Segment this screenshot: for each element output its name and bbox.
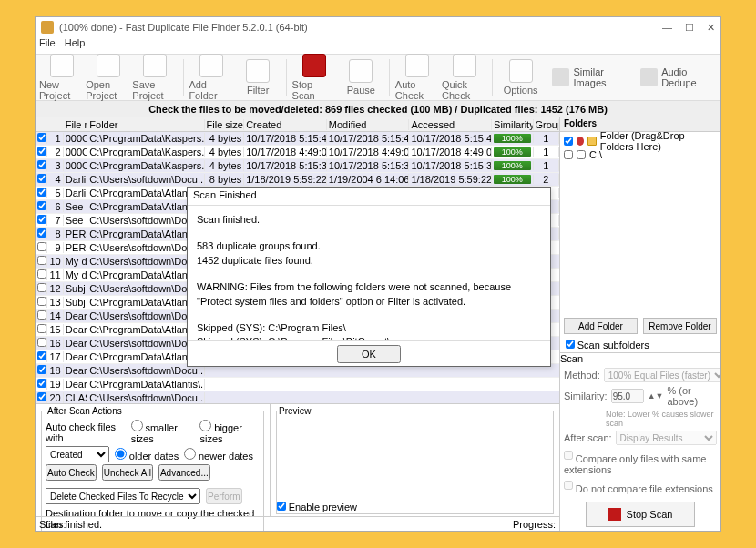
- newer-dates-radio[interactable]: newer dates: [184, 448, 253, 462]
- row-checkbox[interactable]: [37, 188, 46, 197]
- gear-icon: [509, 59, 533, 83]
- scan-subfolders-checkbox[interactable]: Scan subfolders: [566, 340, 649, 350]
- open-project-button[interactable]: Open Project: [86, 54, 130, 101]
- row-checkbox[interactable]: [37, 256, 46, 265]
- row-checkbox[interactable]: [37, 201, 46, 210]
- audio-icon: [640, 68, 658, 86]
- same-ext-checkbox[interactable]: Compare only files with same extensions: [564, 448, 717, 475]
- ok-button[interactable]: OK: [337, 345, 401, 363]
- row-checkbox[interactable]: [37, 228, 46, 238]
- row-checkbox[interactable]: [37, 310, 46, 320]
- bigger-sizes-radio[interactable]: bigger sizes: [199, 420, 260, 444]
- created-select[interactable]: Created: [46, 446, 109, 462]
- add-folder-button[interactable]: Add Folder: [189, 54, 233, 101]
- row-checkbox[interactable]: [37, 215, 46, 224]
- menu-file[interactable]: File: [39, 37, 56, 54]
- after-scan-legend: After Scan Actions: [46, 406, 124, 416]
- remove-folder-button[interactable]: Remove Folder: [643, 318, 717, 334]
- filter-icon: [246, 59, 270, 83]
- table-row[interactable]: 19DearC:\ProgramData\Atlantis\...: [36, 378, 559, 391]
- row-checkbox[interactable]: [37, 147, 46, 156]
- app-icon: [41, 21, 54, 34]
- advanced-button[interactable]: Advanced...: [158, 464, 210, 481]
- audio-dedupe-button[interactable]: Audio Dedupe: [640, 66, 717, 88]
- quick-check-button[interactable]: Quick Check: [442, 54, 486, 101]
- table-row[interactable]: 2000CC:\ProgramData\Kaspers...4 bytes10/…: [36, 146, 559, 159]
- stop-scan-button[interactable]: Stop Scan: [586, 502, 695, 527]
- autocheck-action-button[interactable]: Auto Check: [46, 464, 97, 481]
- uncheck-all-button[interactable]: Uncheck All: [102, 464, 153, 481]
- after-scan-select[interactable]: Display Results: [616, 431, 717, 445]
- row-checkbox[interactable]: [37, 133, 46, 142]
- pause-icon: [349, 59, 373, 83]
- pause-button[interactable]: Pause: [339, 59, 383, 96]
- summary-bar: Check the files to be moved/deleted: 869…: [36, 101, 720, 117]
- row-checkbox[interactable]: [37, 297, 46, 306]
- title-bar: (100% done) - Fast Duplicate File Finder…: [36, 17, 720, 37]
- row-checkbox[interactable]: [37, 174, 46, 183]
- stop-icon: [302, 54, 326, 77]
- row-checkbox[interactable]: [37, 338, 46, 347]
- dialog-body: Scan finished. 583 duplicate groups foun…: [188, 206, 550, 340]
- window-title: (100% done) - Fast Duplicate File Finder…: [59, 22, 308, 33]
- table-row[interactable]: 1000CC:\ProgramData\Kaspers...4 bytes10/…: [36, 132, 559, 146]
- similarity-input[interactable]: [611, 389, 644, 403]
- toolbar: New Project Open Project Save Project Ad…: [36, 54, 720, 101]
- row-checkbox[interactable]: [37, 283, 46, 292]
- similar-images-button[interactable]: Similar Images: [552, 66, 631, 88]
- filter-button[interactable]: Filter: [236, 59, 281, 96]
- no-ext-checkbox[interactable]: Do not compare file extensions: [564, 478, 713, 494]
- table-row[interactable]: 20CLASC:\Users\softdown\Docu...: [36, 391, 559, 403]
- autocheck-icon: [405, 54, 429, 77]
- images-icon: [552, 68, 569, 86]
- progress-label: Progress:: [513, 519, 556, 530]
- table-row[interactable]: 4DarliC:\Users\softdown\Docu...8 bytes1/…: [36, 173, 559, 187]
- menu-bar: File Help: [36, 37, 720, 54]
- stop-scan-toolbar-button[interactable]: Stop Scan: [292, 54, 337, 101]
- minimize-button[interactable]: —: [662, 22, 672, 34]
- older-dates-radio[interactable]: older dates: [115, 448, 179, 462]
- exclude-icon: [577, 137, 584, 146]
- perform-button[interactable]: Perform: [206, 488, 242, 504]
- close-button[interactable]: ✕: [707, 22, 715, 34]
- save-icon: [143, 54, 167, 77]
- row-checkbox[interactable]: [37, 379, 46, 388]
- status-bar: Scan finished. Progress:: [36, 516, 559, 531]
- scan-header: Scan: [560, 353, 720, 364]
- folder-icon: [587, 137, 597, 146]
- new-icon: [50, 54, 74, 77]
- options-button[interactable]: Options: [498, 59, 543, 96]
- row-checkbox[interactable]: [37, 351, 46, 360]
- quickcheck-icon: [453, 54, 476, 77]
- maximize-button[interactable]: ☐: [685, 22, 694, 34]
- new-project-button[interactable]: New Project: [39, 54, 84, 101]
- scan-finished-dialog: Scan Finished Scan finished. 583 duplica…: [187, 187, 551, 367]
- status-message: Scan finished.: [39, 519, 102, 530]
- table-row[interactable]: 3000CC:\ProgramData\Kaspers...4 bytes10/…: [36, 159, 559, 173]
- add-folder-panel-button[interactable]: Add Folder: [564, 318, 638, 334]
- dialog-title: Scan Finished: [188, 188, 550, 206]
- grid-header: File name Folder File size Created Modif…: [36, 117, 559, 132]
- smaller-sizes-radio[interactable]: smaller sizes: [131, 420, 195, 444]
- folder-plus-icon: [199, 54, 223, 77]
- preview-legend: Preview: [277, 406, 313, 416]
- row-checkbox[interactable]: [37, 269, 46, 279]
- row-checkbox[interactable]: [37, 160, 46, 169]
- open-icon: [97, 54, 120, 77]
- menu-help[interactable]: Help: [65, 37, 86, 54]
- row-checkbox[interactable]: [37, 365, 46, 374]
- row-checkbox[interactable]: [37, 242, 46, 251]
- method-select[interactable]: 100% Equal Files (faster): [604, 368, 720, 382]
- enable-preview-checkbox[interactable]: Enable preview: [277, 502, 357, 512]
- delete-action-select[interactable]: Delete Checked Files To Recycle Bin: [46, 488, 200, 504]
- folder-list-header: Folder (Drag&Drop Folders Here): [564, 134, 717, 147]
- row-checkbox[interactable]: [37, 392, 46, 401]
- auto-check-button[interactable]: Auto Check: [395, 54, 440, 101]
- stop-square-icon: [608, 508, 621, 521]
- row-checkbox[interactable]: [37, 324, 46, 333]
- save-project-button[interactable]: Save Project: [132, 54, 177, 101]
